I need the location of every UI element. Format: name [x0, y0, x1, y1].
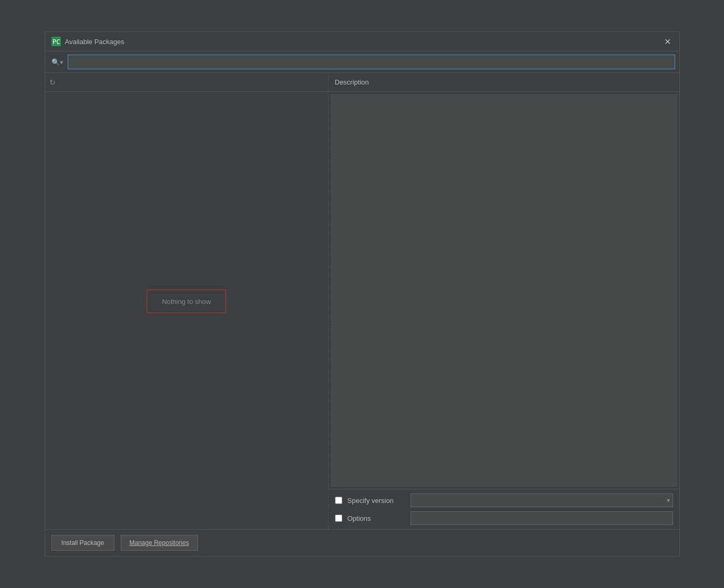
description-header: Description: [329, 73, 679, 92]
install-package-button[interactable]: Install Package: [51, 535, 114, 551]
options-input[interactable]: [411, 511, 673, 525]
description-body: [331, 94, 677, 487]
title-bar: PC Available Packages ✕: [45, 32, 679, 51]
search-icon: 🔍▾: [51, 58, 64, 66]
main-content: ↻ Nothing to show Description Specify ve…: [45, 73, 679, 529]
search-bar: 🔍▾: [45, 51, 679, 73]
window-title: Available Packages: [65, 38, 663, 46]
refresh-icon[interactable]: ↻: [49, 78, 56, 87]
search-dropdown-trigger[interactable]: 🔍▾: [49, 57, 66, 67]
version-select[interactable]: [411, 494, 673, 507]
version-select-wrapper: [411, 494, 673, 507]
app-icon: PC: [51, 37, 61, 46]
options-row: Options: [335, 511, 673, 525]
specify-version-row: Specify version: [335, 494, 673, 507]
description-panel: Description Specify version Options: [329, 73, 679, 529]
bottom-controls: Specify version Options: [329, 489, 679, 529]
options-checkbox[interactable]: [335, 514, 342, 522]
nothing-to-show-message: Nothing to show: [146, 289, 226, 313]
specify-version-label: Specify version: [348, 497, 405, 505]
footer: Install Package Manage Repositories: [45, 529, 679, 556]
left-panel-header: ↻: [45, 73, 328, 92]
manage-repositories-button[interactable]: Manage Repositories: [121, 535, 198, 551]
options-label: Options: [348, 514, 405, 522]
package-list-panel: ↻ Nothing to show: [45, 73, 329, 529]
search-input[interactable]: [68, 55, 675, 69]
available-packages-dialog: PC Available Packages ✕ 🔍▾ ↻ Nothing to …: [45, 32, 680, 556]
svg-text:PC: PC: [53, 38, 60, 46]
close-button[interactable]: ✕: [663, 36, 673, 47]
specify-version-checkbox[interactable]: [335, 497, 342, 504]
